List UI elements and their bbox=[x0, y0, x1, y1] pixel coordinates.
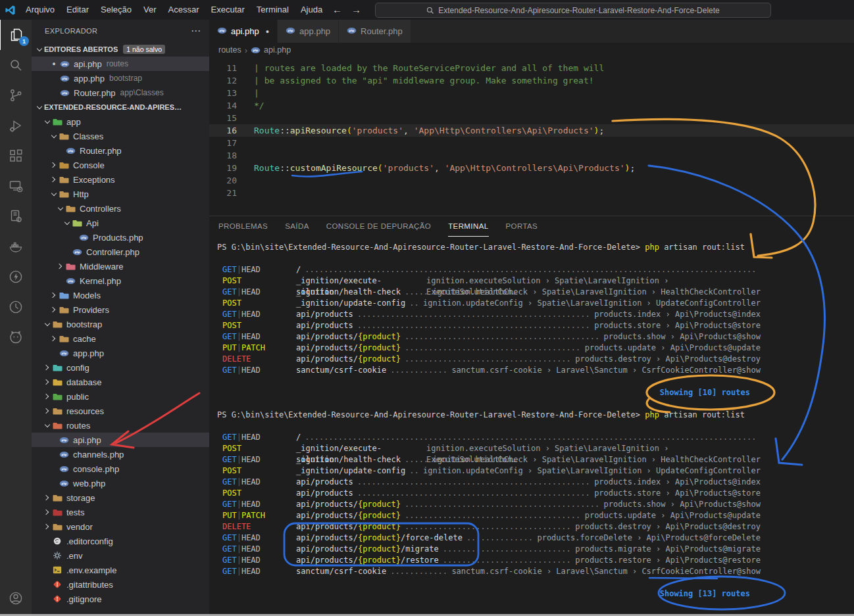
panel-tab-saída[interactable]: SAÍDA bbox=[285, 216, 309, 236]
source-control-icon[interactable] bbox=[0, 80, 32, 110]
menu-executar[interactable]: Executar bbox=[205, 0, 251, 20]
tree-item-Classes[interactable]: Classes bbox=[32, 129, 209, 143]
php-file-icon: php bbox=[72, 247, 82, 257]
tab-api.php[interactable]: phpapi.php● bbox=[209, 20, 277, 43]
code-line-content bbox=[237, 149, 254, 162]
tree-item-config[interactable]: config bbox=[32, 360, 209, 375]
terminal-command-name: php bbox=[645, 410, 659, 419]
menu-arquivo[interactable]: Arquivo bbox=[20, 0, 61, 20]
breadcrumb-item-api.php[interactable]: api.php bbox=[264, 45, 291, 55]
tree-item-app.php[interactable]: phpapp.php bbox=[32, 346, 209, 360]
panel-tab-portas[interactable]: PORTAS bbox=[506, 216, 538, 236]
panel-tab-console-de-depuração[interactable]: CONSOLE DE DEPURAÇÃO bbox=[326, 216, 431, 236]
more-actions-icon[interactable]: ⋯ bbox=[191, 25, 201, 37]
remote-explorer-icon[interactable] bbox=[0, 171, 32, 201]
svg-text:php: php bbox=[74, 250, 80, 254]
tab-app.php[interactable]: phpapp.php bbox=[278, 20, 338, 43]
thunder-client-icon[interactable] bbox=[0, 262, 32, 292]
panel-tab-terminal[interactable]: TERMINAL bbox=[448, 216, 488, 237]
panel-tab-problemas[interactable]: PROBLEMAS bbox=[218, 216, 268, 236]
line-number: 19 bbox=[209, 162, 237, 174]
menu-ver[interactable]: Ver bbox=[138, 0, 163, 20]
tree-item-.env.example[interactable]: .env.example bbox=[32, 563, 209, 577]
code-line-14: 14*/ bbox=[209, 99, 854, 112]
tree-item-Middleware[interactable]: Middleware bbox=[32, 259, 209, 273]
breadcrumb-item-routes[interactable]: routes bbox=[218, 45, 241, 55]
sidebar-title: EXPLORADOR bbox=[45, 27, 97, 35]
chevron-down-icon bbox=[49, 187, 59, 201]
tree-item-channels.php[interactable]: phpchannels.php bbox=[32, 447, 209, 462]
route-handler: ignition.updateConfig › Spatie\LaravelIg… bbox=[423, 298, 761, 309]
tree-item-.gitignore[interactable]: .gitignore bbox=[32, 592, 209, 606]
tree-item-label: Middleware bbox=[80, 262, 123, 272]
unsaved-dot-icon[interactable]: ● bbox=[266, 28, 269, 35]
php-file-icon: php bbox=[286, 26, 295, 37]
tree-item-api.php[interactable]: phpapi.php bbox=[32, 433, 209, 447]
timer-icon[interactable] bbox=[0, 292, 32, 322]
tree-item-Providers[interactable]: Providers bbox=[32, 302, 209, 317]
folder-icon bbox=[52, 507, 63, 517]
tree-item-Kernel.php[interactable]: phpKernel.php bbox=[32, 273, 209, 288]
route-method: POST bbox=[222, 298, 296, 309]
tree-item-tests[interactable]: tests bbox=[32, 505, 209, 519]
back-arrow-icon[interactable]: ← bbox=[332, 0, 342, 20]
open-editor-app.php[interactable]: phpapp.phpbootstrap bbox=[32, 71, 209, 85]
tree-item-Router.php[interactable]: phpRouter.php bbox=[32, 143, 209, 158]
tree-item-label: Console bbox=[73, 160, 105, 170]
docker-icon[interactable] bbox=[0, 231, 32, 262]
tree-item-.env[interactable]: .env bbox=[32, 548, 209, 563]
panel-tab-bar: PROBLEMASSAÍDACONSOLE DE DEPURAÇÃOTERMIN… bbox=[209, 216, 854, 236]
term-file-icon bbox=[52, 565, 63, 575]
github-icon[interactable] bbox=[0, 322, 32, 352]
explorer-icon[interactable]: 1 bbox=[0, 20, 32, 50]
breadcrumb[interactable]: routes›phpapi.php bbox=[209, 43, 854, 57]
forward-arrow-icon[interactable]: → bbox=[351, 0, 361, 20]
menu-selecao[interactable]: Seleção bbox=[95, 0, 138, 20]
menu-editar[interactable]: Editar bbox=[61, 0, 95, 20]
tree-item-routes[interactable]: routes bbox=[32, 418, 209, 433]
tree-item-Models[interactable]: Models bbox=[32, 288, 209, 302]
tree-item-web.php[interactable]: phpweb.php bbox=[32, 476, 209, 490]
tree-item-vendor[interactable]: vendor bbox=[32, 519, 209, 534]
tree-item-Controller.php[interactable]: phpController.php bbox=[32, 245, 209, 259]
account-icon[interactable] bbox=[0, 583, 32, 613]
terminal-output[interactable]: PS G:\bin\site\Extended-Resource-And-Api… bbox=[209, 236, 854, 616]
code-line-13: 13| bbox=[209, 87, 854, 99]
leader-dots: ........................................… bbox=[405, 287, 429, 298]
project-folder-header[interactable]: EXTENDED-RESOURCE-AND-APIRESOURCE-R... bbox=[32, 100, 209, 114]
svg-text:php: php bbox=[61, 352, 66, 355]
code-line-content: | routes are loaded by the RouteServiceP… bbox=[237, 62, 604, 74]
tree-item-.gitattributes[interactable]: .gitattributes bbox=[32, 577, 209, 592]
tree-item-Products.php[interactable]: phpProducts.php bbox=[32, 230, 209, 245]
menu-bar: ArquivoEditarSeleçãoVerAcessarExecutarTe… bbox=[20, 0, 328, 20]
open-editor-Router.php[interactable]: phpRouter.phpapp\Classes bbox=[32, 85, 209, 100]
tree-item-Console[interactable]: Console bbox=[32, 158, 209, 172]
command-center-search[interactable]: Extended-Resource-And-Apiresource-Router… bbox=[375, 3, 771, 18]
open-editors-header[interactable]: EDITORES ABERTOS 1 não salvo bbox=[32, 42, 209, 57]
menu-acessar[interactable]: Acessar bbox=[163, 0, 205, 20]
open-editor-api.php[interactable]: ●phpapi.phproutes bbox=[32, 57, 209, 71]
tree-item-Http[interactable]: Http bbox=[32, 187, 209, 201]
tree-item-cache[interactable]: cache bbox=[32, 331, 209, 346]
tree-item-.editorconfig[interactable]: .editorconfig bbox=[32, 534, 209, 548]
search-icon[interactable] bbox=[0, 50, 32, 80]
tree-item-public[interactable]: public bbox=[32, 389, 209, 404]
run-debug-icon[interactable] bbox=[0, 110, 32, 141]
tree-item-bootstrap[interactable]: bootstrap bbox=[32, 317, 209, 331]
tree-item-storage[interactable]: storage bbox=[32, 490, 209, 505]
menu-terminal[interactable]: Terminal bbox=[251, 0, 295, 20]
tree-item-Exceptions[interactable]: Exceptions bbox=[32, 172, 209, 187]
tree-item-Api[interactable]: Api bbox=[32, 216, 209, 230]
extensions-icon[interactable] bbox=[0, 141, 32, 171]
leader-dots: ........................................… bbox=[357, 320, 590, 331]
tab-Router.php[interactable]: phpRouter.php bbox=[339, 20, 411, 43]
tree-item-app[interactable]: app bbox=[32, 114, 209, 129]
tree-item-Controllers[interactable]: Controllers bbox=[32, 201, 209, 216]
code-editor[interactable]: 11| routes are loaded by the RouteServic… bbox=[209, 57, 854, 216]
menu-ajuda[interactable]: Ajuda bbox=[295, 0, 328, 20]
live-preview-icon[interactable] bbox=[0, 201, 32, 231]
tree-item-database[interactable]: database bbox=[32, 375, 209, 389]
tree-item-console.php[interactable]: phpconsole.php bbox=[32, 462, 209, 476]
tree-item-resources[interactable]: resources bbox=[32, 404, 209, 418]
folder-icon bbox=[59, 160, 69, 170]
